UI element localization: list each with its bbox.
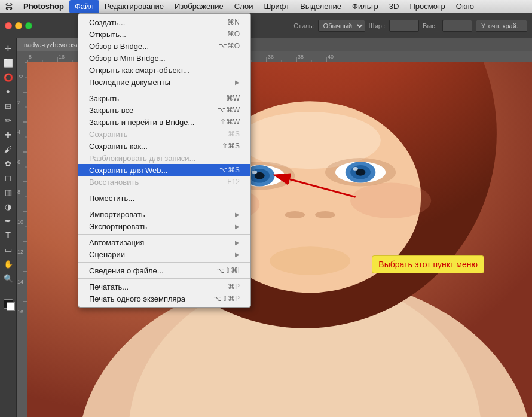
menu-item-save: Сохранить ⌘S: [78, 128, 250, 140]
divider-5: [78, 262, 250, 263]
menu-item-save-as[interactable]: Сохранить как... ⇧⌘S: [78, 140, 250, 152]
svg-text:0: 0: [18, 75, 24, 78]
svg-text:2: 2: [17, 99, 20, 105]
svg-rect-33: [17, 62, 27, 417]
menu-type[interactable]: Шрифт: [258, 0, 295, 13]
height-label: Выс.:: [423, 22, 439, 29]
tool-dodge[interactable]: ◑: [2, 200, 15, 213]
file-dropdown-menu: Создать... ⌘N Открыть... ⌘O Обзор в Brid…: [78, 13, 251, 308]
svg-text:6: 6: [17, 159, 20, 165]
svg-text:4: 4: [17, 129, 20, 135]
apple-menu[interactable]: ⌘: [5, 2, 13, 11]
tool-move[interactable]: ✛: [2, 42, 15, 55]
tool-healing[interactable]: ✚: [2, 128, 15, 141]
maximize-button[interactable]: [25, 22, 32, 29]
tool-shape[interactable]: ▭: [2, 243, 15, 256]
divider-4: [78, 234, 250, 235]
menu-item-close[interactable]: Закрыть ⌘W: [78, 92, 250, 104]
menu-layers[interactable]: Слои: [229, 0, 259, 13]
menu-item-open-smart[interactable]: Открыть как смарт-объект...: [78, 64, 250, 76]
refine-edge-button[interactable]: Уточн. край...: [476, 20, 527, 32]
menu-select[interactable]: Выделение: [295, 0, 347, 13]
menu-item-unlock: Разблокировать для записи...: [78, 152, 250, 164]
tool-crop[interactable]: ⊞: [2, 99, 15, 112]
tool-eraser[interactable]: ◻: [2, 171, 15, 184]
annotation-tooltip: Выбрать этот пункт меню: [372, 255, 484, 273]
svg-text:14: 14: [17, 279, 23, 285]
annotation-text: Выбрать этот пункт меню: [378, 260, 478, 269]
menu-item-print-one[interactable]: Печать одного экземпляра ⌥⇧⌘P: [78, 293, 250, 305]
width-input[interactable]: [389, 20, 419, 32]
width-label: Шир.:: [369, 22, 386, 29]
tool-hand[interactable]: ✋: [2, 257, 15, 270]
menu-item-bridge[interactable]: Обзор в Bridge... ⌥⌘O: [78, 40, 250, 52]
style-label: Стиль:: [293, 22, 314, 29]
divider-1: [78, 90, 250, 90]
menu-item-import[interactable]: Импортировать ▶: [78, 208, 250, 220]
svg-point-77: [315, 211, 335, 218]
svg-point-76: [285, 211, 305, 218]
svg-text:16: 16: [59, 54, 65, 60]
menu-item-save-web[interactable]: Сохранить для Web... ⌥⌘S: [78, 164, 250, 176]
tool-clone[interactable]: ✿: [2, 157, 15, 170]
menu-item-automate[interactable]: Автоматизация ▶: [78, 236, 250, 248]
svg-text:38: 38: [298, 54, 304, 60]
svg-text:40: 40: [328, 54, 334, 60]
menu-item-open[interactable]: Открыть... ⌘O: [78, 28, 250, 40]
tool-zoom[interactable]: 🔍: [2, 272, 15, 285]
svg-text:16: 16: [17, 309, 23, 315]
app-menu-photoshop[interactable]: Photoshop: [18, 0, 69, 13]
menubar: ⌘ Photoshop Файл Редактирование Изображе…: [0, 0, 532, 13]
svg-point-79: [350, 183, 431, 218]
menu-item-close-bridge[interactable]: Закрыть и перейти в Bridge... ⇧⌘W: [78, 116, 250, 128]
menu-edit[interactable]: Редактирование: [99, 0, 169, 13]
menu-item-create[interactable]: Создать... ⌘N: [78, 16, 250, 28]
menu-item-file-info[interactable]: Сведения о файле... ⌥⇧⌘I: [78, 264, 250, 276]
menu-item-export[interactable]: Экспортировать ▶: [78, 220, 250, 232]
menu-item-print[interactable]: Печатать... ⌘P: [78, 281, 250, 293]
divider-3: [78, 206, 250, 206]
ruler-corner: [17, 51, 27, 62]
svg-text:12: 12: [17, 249, 23, 255]
tool-eyedropper[interactable]: ✏: [2, 114, 15, 127]
svg-point-70: [252, 171, 257, 174]
close-button[interactable]: [5, 22, 12, 29]
ruler-left: 0 2 4 6 8 10 12 14 16: [17, 51, 27, 417]
menu-item-place[interactable]: Поместить...: [78, 192, 250, 204]
menu-window[interactable]: Окно: [451, 0, 479, 13]
divider-2: [78, 190, 250, 190]
menu-view[interactable]: Просмотр: [404, 0, 450, 13]
tool-magic-wand[interactable]: ✦: [2, 85, 15, 98]
menu-filter[interactable]: Фильтр: [347, 0, 384, 13]
svg-point-75: [353, 167, 357, 171]
style-select[interactable]: Обычный: [318, 20, 365, 32]
height-input[interactable]: [442, 20, 472, 32]
minimize-button[interactable]: [15, 22, 22, 29]
tool-gradient[interactable]: ▥: [2, 185, 15, 199]
foreground-color[interactable]: [4, 299, 13, 309]
menu-3d[interactable]: 3D: [384, 0, 405, 13]
divider-6: [78, 278, 250, 279]
menu-item-scripts[interactable]: Сценарии ▶: [78, 248, 250, 260]
tool-type[interactable]: T: [2, 229, 15, 242]
menu-item-recent[interactable]: Последние документы ▶: [78, 76, 250, 88]
tool-pen[interactable]: ✒: [2, 214, 15, 227]
traffic-lights: [5, 22, 32, 29]
tool-marquee[interactable]: ⬜: [2, 56, 15, 69]
tools-panel: ✛ ⬜ ⭕ ✦ ⊞ ✏ ✚ 🖌 ✿ ◻ ▥ ◑ ✒ T ▭ ✋ 🔍: [0, 38, 17, 417]
menu-item-mini-bridge[interactable]: Обзор в Mini Bridge...: [78, 52, 250, 64]
svg-text:36: 36: [268, 54, 274, 60]
menu-image[interactable]: Изображение: [169, 0, 229, 13]
svg-text:8: 8: [29, 54, 32, 60]
tool-lasso[interactable]: ⭕: [2, 71, 15, 84]
svg-text:10: 10: [17, 219, 23, 225]
menu-item-revert: Восстановить F12: [78, 176, 250, 188]
svg-text:8: 8: [17, 189, 20, 195]
svg-point-80: [270, 246, 350, 275]
menu-item-close-all[interactable]: Закрыть все ⌥⌘W: [78, 104, 250, 116]
tool-brush[interactable]: 🖌: [2, 142, 15, 156]
menu-file[interactable]: Файл: [69, 0, 99, 13]
